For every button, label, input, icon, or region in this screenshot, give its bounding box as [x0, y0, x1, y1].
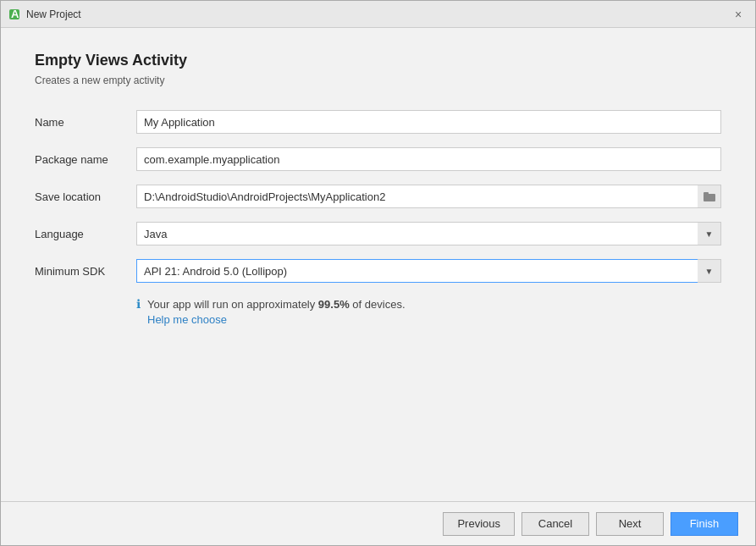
language-row: Language Java Kotlin ▼ — [35, 222, 721, 245]
info-percentage: 99.5% — [318, 298, 350, 311]
page-title: Empty Views Activity — [35, 52, 721, 69]
package-field-wrapper — [136, 147, 721, 171]
location-row: Save location — [35, 185, 721, 208]
sdk-label: Minimum SDK — [35, 265, 136, 278]
window-title: New Project — [26, 8, 728, 20]
svg-text:A: A — [11, 8, 19, 20]
svg-rect-2 — [704, 194, 715, 201]
location-input-group — [136, 185, 721, 208]
name-input[interactable] — [136, 110, 721, 134]
previous-button[interactable]: Previous — [443, 512, 515, 536]
language-label: Language — [35, 228, 136, 240]
package-input[interactable] — [136, 147, 721, 171]
sdk-select-wrapper: API 21: Android 5.0 (Lollipop) API 22: A… — [136, 259, 721, 283]
help-link[interactable]: Help me choose — [147, 313, 406, 326]
page-subtitle: Creates a new empty activity — [35, 74, 721, 86]
info-text: Your app will run on approximately 99.5%… — [147, 296, 406, 313]
info-text-before: Your app will run on approximately — [147, 298, 318, 311]
language-select[interactable]: Java Kotlin — [136, 222, 721, 245]
footer: Previous Cancel Next Finish — [1, 501, 755, 545]
name-field-wrapper — [136, 110, 721, 134]
name-label: Name — [35, 116, 136, 129]
info-icon: ℹ — [136, 297, 141, 311]
location-field-wrapper — [136, 185, 721, 208]
svg-rect-3 — [704, 192, 709, 195]
browse-folder-button[interactable] — [698, 185, 721, 208]
info-content: Your app will run on approximately 99.5%… — [147, 296, 406, 326]
package-row: Package name — [35, 147, 721, 171]
content-area: Empty Views Activity Creates a new empty… — [1, 28, 755, 501]
app-icon: A — [8, 8, 21, 21]
info-text-after: of devices. — [350, 298, 406, 311]
sdk-field-wrapper: API 21: Android 5.0 (Lollipop) API 22: A… — [136, 259, 721, 283]
package-label: Package name — [35, 153, 136, 166]
language-select-wrapper: Java Kotlin ▼ — [136, 222, 721, 245]
sdk-row: Minimum SDK API 21: Android 5.0 (Lollipo… — [35, 259, 721, 283]
close-button[interactable]: × — [728, 4, 748, 25]
finish-button[interactable]: Finish — [670, 512, 738, 536]
next-button[interactable]: Next — [596, 512, 664, 536]
name-row: Name — [35, 110, 721, 134]
sdk-select[interactable]: API 21: Android 5.0 (Lollipop) API 22: A… — [136, 259, 721, 283]
title-bar: A New Project × — [1, 1, 755, 28]
location-label: Save location — [35, 190, 136, 203]
info-row: ℹ Your app will run on approximately 99.… — [136, 296, 721, 326]
language-field-wrapper: Java Kotlin ▼ — [136, 222, 721, 245]
cancel-button[interactable]: Cancel — [521, 512, 589, 536]
location-input[interactable] — [136, 185, 721, 208]
new-project-window: A New Project × Empty Views Activity Cre… — [0, 0, 756, 546]
